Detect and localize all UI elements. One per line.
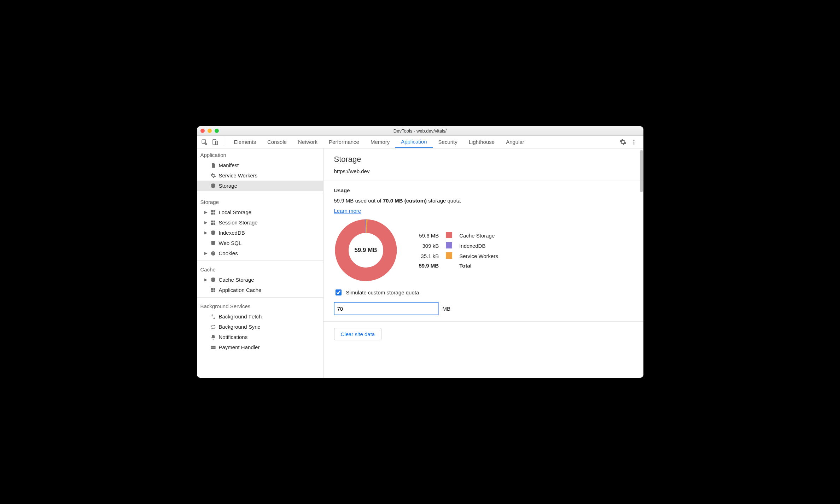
usage-prefix: 59.9 MB used out of [334,198,383,204]
svg-rect-14 [213,223,215,224]
svg-rect-24 [213,288,215,290]
tab-console[interactable]: Console [262,136,292,148]
sidebar-group-background-services: Background Services [197,300,323,311]
sidebar-item-label: Session Storage [219,219,258,225]
database-icon [210,277,216,283]
sidebar-item-label: Web SQL [219,240,242,246]
legend-row-cache-storage: 59.6 MBCache Storage [415,230,502,241]
clear-site-data-button[interactable]: Clear site data [334,328,382,340]
svg-point-5 [633,143,634,144]
expand-caret-icon[interactable]: ▶ [204,210,208,215]
card-icon [210,345,216,350]
storage-origin: https://web.dev [334,168,643,174]
svg-point-4 [633,141,634,142]
settings-icon[interactable] [619,139,629,146]
expand-caret-icon[interactable]: ▶ [204,220,208,225]
usage-section: Usage 59.9 MB used out of 70.0 MB (custo… [323,181,643,322]
file-icon [210,163,216,168]
legend-size: 309 kB [415,241,443,251]
svg-rect-10 [213,212,215,214]
sidebar-item-label: IndexedDB [219,230,245,236]
svg-point-19 [213,252,214,253]
sidebar-item-application-cache[interactable]: ▶Application Cache [197,285,323,295]
grid-icon [210,220,216,225]
fetch-icon [210,314,216,320]
tab-application[interactable]: Application [395,136,432,148]
svg-point-18 [212,252,213,253]
expand-caret-icon[interactable]: ▶ [204,251,208,256]
sidebar-item-label: Notifications [219,334,248,340]
sidebar-item-label: Cookies [219,250,238,256]
legend-swatch [442,251,456,261]
cookie-icon [210,251,216,256]
sidebar-item-cookies[interactable]: ▶Cookies [197,248,323,258]
panel-tabs: ElementsConsoleNetworkPerformanceMemoryA… [197,136,643,148]
titlebar: DevTools - web.dev/vitals/ [197,126,643,136]
tab-angular[interactable]: Angular [500,136,530,148]
sidebar-item-label: Background Fetch [219,313,262,320]
svg-rect-11 [211,221,213,222]
learn-more-link[interactable]: Learn more [334,208,361,214]
sidebar-item-local-storage[interactable]: ▶Local Storage [197,207,323,217]
more-menu-icon[interactable] [631,139,641,145]
tab-lighthouse[interactable]: Lighthouse [463,136,500,148]
sidebar-item-background-fetch[interactable]: ▶Background Fetch [197,311,323,322]
window-title: DevTools - web.dev/vitals/ [197,128,643,134]
tab-performance[interactable]: Performance [323,136,365,148]
application-sidebar[interactable]: Application▶Manifest▶Service Workers▶Sto… [197,148,323,378]
clear-section: Clear site data [323,322,643,347]
donut-center-label: 59.9 MB [334,218,398,282]
legend-row-indexeddb: 309 kBIndexedDB [415,241,502,251]
sidebar-item-label: Service Workers [219,172,258,178]
svg-point-3 [633,140,634,141]
sidebar-item-label: Cache Storage [219,277,254,283]
sidebar-item-cache-storage[interactable]: ▶Cache Storage [197,275,323,285]
sidebar-item-manifest[interactable]: ▶Manifest [197,160,323,170]
database-icon [210,230,216,236]
tab-memory[interactable]: Memory [365,136,395,148]
usage-summary: 59.9 MB used out of 70.0 MB (custom) sto… [334,198,643,204]
usage-suffix: storage quota [427,198,461,204]
gear-icon [210,173,216,178]
svg-rect-8 [213,210,215,212]
usage-legend: 59.6 MBCache Storage309 kBIndexedDB35.1 … [415,230,502,270]
expand-caret-icon[interactable]: ▶ [204,230,208,235]
legend-swatch [442,230,456,241]
sidebar-item-storage[interactable]: ▶Storage [197,181,323,191]
sidebar-group-storage: Storage [197,195,323,207]
sidebar-item-label: Storage [219,183,238,189]
sidebar-item-background-sync[interactable]: ▶Background Sync [197,322,323,332]
usage-quota-bold: 70.0 MB (custom) [383,198,427,204]
legend-total-row: 59.9 MBTotal [415,261,502,270]
svg-point-20 [212,254,213,254]
svg-rect-26 [213,290,215,292]
sidebar-item-session-storage[interactable]: ▶Session Storage [197,217,323,228]
svg-point-17 [211,251,215,256]
svg-rect-13 [211,223,213,224]
svg-rect-9 [211,212,213,214]
device-toolbar-icon[interactable] [210,137,220,147]
database-icon [210,240,216,246]
simulate-quota-label[interactable]: Simulate custom storage quota [346,289,419,295]
custom-quota-input[interactable] [334,302,438,315]
legend-label: Service Workers [456,251,502,261]
tab-elements[interactable]: Elements [228,136,262,148]
expand-caret-icon[interactable]: ▶ [204,277,208,282]
svg-rect-25 [211,290,213,292]
sidebar-item-web-sql[interactable]: ▶Web SQL [197,238,323,248]
storage-header-section: Storage https://web.dev [323,148,643,181]
panel-body: Application▶Manifest▶Service Workers▶Sto… [197,148,643,378]
sidebar-item-payment-handler[interactable]: ▶Payment Handler [197,342,323,352]
sidebar-item-indexeddb[interactable]: ▶IndexedDB [197,228,323,238]
tab-security[interactable]: Security [433,136,463,148]
simulate-quota-checkbox[interactable] [336,289,342,295]
inspect-element-icon[interactable] [200,137,209,147]
sidebar-item-service-workers[interactable]: ▶Service Workers [197,170,323,181]
sidebar-item-notifications[interactable]: ▶Notifications [197,332,323,342]
svg-rect-23 [211,288,213,290]
tab-network[interactable]: Network [292,136,323,148]
legend-swatch [442,241,456,251]
legend-size: 59.6 MB [415,230,443,241]
storage-panel: Storage https://web.dev Usage 59.9 MB us… [323,148,643,378]
bell-icon [210,334,216,340]
